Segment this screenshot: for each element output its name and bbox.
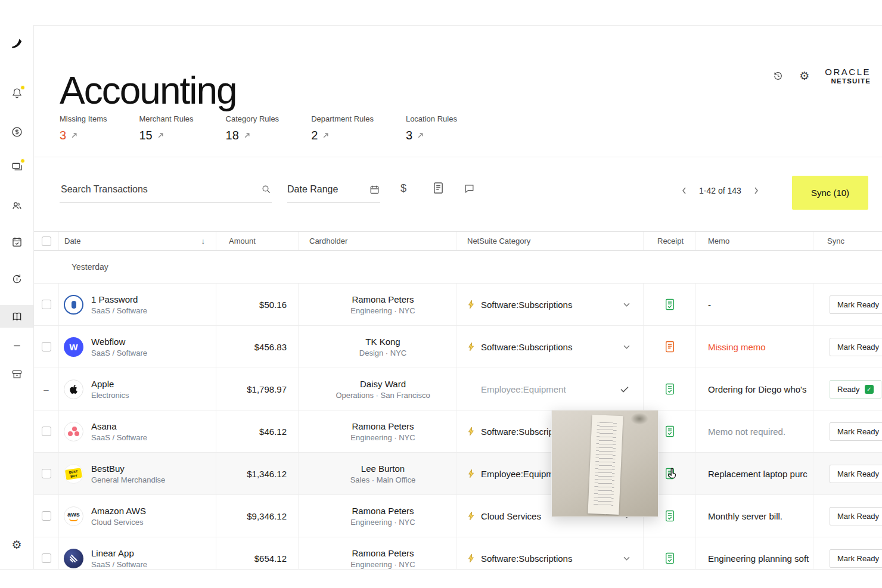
cards-icon[interactable]: [0, 160, 33, 173]
photo-smudge: [631, 413, 648, 425]
merchant-type: SaaS / Software: [91, 560, 147, 569]
archive-box-icon[interactable]: [0, 368, 33, 381]
merchant-type: SaaS / Software: [91, 349, 147, 357]
stat-merchant-rules[interactable]: Merchant Rules 15: [139, 114, 193, 142]
notifications-bell-icon[interactable]: [0, 87, 33, 99]
history-icon[interactable]: [772, 70, 784, 82]
table-row[interactable]: – Apple Electronics $1,798.97 Daisy Ward…: [34, 368, 882, 410]
receipt-attached-icon[interactable]: [664, 510, 675, 522]
category-confirmed[interactable]: Employee:Equipment: [457, 368, 644, 410]
app-logo[interactable]: [0, 37, 33, 50]
receipt-attached-icon[interactable]: [664, 383, 675, 395]
memo-text[interactable]: Memo not required.: [696, 410, 813, 452]
mark-ready-button[interactable]: Mark Ready: [830, 507, 882, 525]
cardholder-name: Ramona Peters: [352, 294, 414, 304]
row-checkbox[interactable]: [42, 342, 51, 351]
amount-value: $456.83: [216, 326, 299, 368]
calendar-check-icon[interactable]: [0, 236, 33, 248]
reimbursement-icon[interactable]: [0, 273, 33, 285]
amount-value: $1,798.97: [216, 368, 299, 410]
receipt-attached-icon[interactable]: [664, 298, 675, 310]
col-header-date[interactable]: Date: [64, 237, 80, 245]
payments-dollar-icon[interactable]: [0, 126, 33, 138]
category-select[interactable]: Software:Subscriptions: [457, 284, 644, 325]
receipt-warning-icon[interactable]: [664, 341, 675, 353]
memo-text[interactable]: Replacement laptop purc: [696, 453, 813, 494]
sync-button[interactable]: Sync (10): [792, 176, 868, 210]
suggestion-bolt-icon: [467, 511, 475, 521]
col-header-memo[interactable]: Memo: [696, 232, 813, 250]
row-checkbox[interactable]: [42, 469, 51, 478]
amount-filter-dollar-icon[interactable]: $: [400, 182, 406, 195]
table-row[interactable]: aws Amazon AWS Cloud Services $9,346.12 …: [34, 495, 882, 537]
next-page-icon[interactable]: [751, 187, 761, 194]
table-row[interactable]: BESTBUY BestBuy General Merchandise $1,3…: [34, 453, 882, 495]
memo-text[interactable]: -: [696, 284, 813, 325]
stat-location-rules[interactable]: Location Rules 3: [406, 114, 457, 142]
mark-ready-button[interactable]: Mark Ready: [830, 295, 882, 314]
receipt-filter-document-icon[interactable]: [433, 182, 444, 194]
page-title: Accounting: [60, 69, 237, 113]
mark-ready-button[interactable]: Mark Ready: [830, 465, 882, 483]
people-icon[interactable]: [0, 200, 33, 212]
date-range-picker[interactable]: Date Range: [287, 177, 380, 203]
search-input[interactable]: [60, 183, 261, 195]
row-checkbox[interactable]: [42, 511, 51, 521]
receipt-preview-popup[interactable]: [551, 410, 659, 517]
chevron-down-icon[interactable]: [623, 556, 630, 561]
chevron-down-icon[interactable]: [623, 303, 630, 307]
prev-page-icon[interactable]: [679, 187, 689, 194]
table-row[interactable]: Asana SaaS / Software $46.12 Ramona Pete…: [34, 410, 882, 453]
table-row[interactable]: 1 Password SaaS / Software $50.16 Ramona…: [34, 284, 882, 326]
col-header-category[interactable]: NetSuite Category: [457, 232, 644, 250]
mark-ready-button[interactable]: Mark Ready: [830, 338, 882, 356]
collapse-minus-icon[interactable]: [0, 340, 33, 352]
settings-gear-icon[interactable]: ⚙: [0, 539, 33, 550]
memo-text[interactable]: Ordering for Diego who's: [696, 368, 813, 410]
expand-icon[interactable]: [417, 132, 424, 139]
stat-missing-items[interactable]: Missing Items 3: [60, 114, 107, 142]
pagination: 1-42 of 143: [679, 186, 761, 195]
category-value: Software:Subscriptions: [481, 342, 572, 352]
stat-category-rules[interactable]: Category Rules 18: [226, 114, 279, 142]
cardholder-department: Engineering · NYC: [350, 306, 415, 315]
ready-button[interactable]: Ready ✓: [830, 380, 881, 399]
mark-ready-button[interactable]: Mark Ready: [830, 549, 882, 568]
receipt-attached-icon[interactable]: [664, 552, 675, 564]
select-all-checkbox[interactable]: [42, 237, 51, 246]
receipt-attached-icon[interactable]: [664, 425, 675, 437]
row-checkbox[interactable]: [42, 553, 51, 563]
chevron-down-icon[interactable]: [623, 345, 630, 349]
linear-logo-icon: [64, 549, 83, 568]
suggestion-bolt-icon: [467, 553, 475, 563]
search-icon[interactable]: [261, 184, 272, 195]
merchant-type: General Merchandise: [91, 475, 165, 484]
sort-descending-icon[interactable]: ↓: [201, 237, 206, 245]
book-icon: [11, 310, 23, 323]
memo-filter-comment-icon[interactable]: [464, 183, 475, 194]
memo-text[interactable]: Missing memo: [696, 326, 813, 368]
suggestion-bolt-icon: [467, 469, 475, 478]
cardholder-name: Ramona Peters: [352, 548, 414, 558]
search-field[interactable]: [60, 177, 272, 203]
row-checkbox[interactable]: [42, 427, 51, 436]
amount-value: $9,346.12: [216, 495, 299, 537]
expand-icon[interactable]: [322, 132, 329, 139]
memo-text[interactable]: Monthly server bill.: [696, 495, 813, 537]
stat-department-rules[interactable]: Department Rules 2: [311, 114, 374, 142]
category-select[interactable]: Software:Subscriptions: [457, 326, 644, 368]
expand-icon[interactable]: [71, 132, 77, 139]
table-row[interactable]: w Webflow SaaS / Software $456.83 TK Kon…: [34, 326, 882, 368]
mark-ready-button[interactable]: Mark Ready: [830, 422, 882, 441]
settings-gear-icon[interactable]: ⚙: [799, 70, 809, 82]
col-header-amount[interactable]: Amount: [216, 232, 299, 250]
cardholder-department: Sales · Main Office: [350, 475, 416, 484]
col-header-cardholder[interactable]: Cardholder: [299, 232, 457, 250]
expand-icon[interactable]: [244, 132, 250, 139]
col-header-sync[interactable]: Sync: [813, 232, 882, 250]
row-checkbox[interactable]: [42, 300, 51, 309]
expand-icon[interactable]: [157, 132, 164, 139]
col-header-receipt[interactable]: Receipt: [644, 232, 696, 250]
row-checkbox-indeterminate[interactable]: –: [44, 384, 48, 394]
sidebar-item-accounting-active[interactable]: [0, 305, 33, 328]
